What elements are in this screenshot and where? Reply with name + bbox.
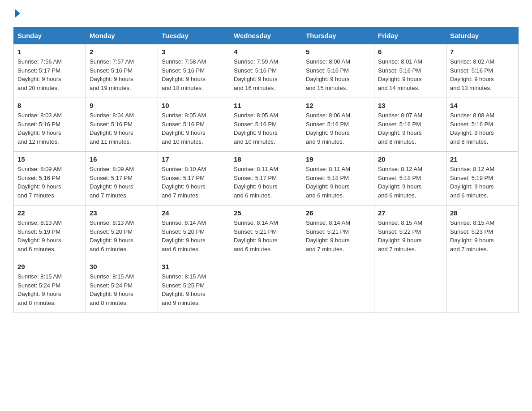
- day-info: Sunrise: 8:14 AMSunset: 5:21 PMDaylight:…: [234, 219, 278, 253]
- day-number: 19: [306, 155, 370, 163]
- calendar-table: SundayMondayTuesdayWednesdayThursdayFrid…: [13, 27, 519, 313]
- logo-arrow-icon: [15, 9, 20, 18]
- calendar-cell: 1 Sunrise: 7:56 AMSunset: 5:17 PMDayligh…: [14, 44, 86, 98]
- calendar-cell: 28 Sunrise: 8:15 AMSunset: 5:23 PMDaylig…: [446, 206, 519, 259]
- calendar-header-row: SundayMondayTuesdayWednesdayThursdayFrid…: [14, 27, 519, 44]
- day-number: 31: [162, 263, 226, 270]
- calendar-cell: 2 Sunrise: 7:57 AMSunset: 5:16 PMDayligh…: [86, 44, 158, 98]
- day-number: 21: [450, 155, 515, 163]
- col-header-tuesday: Tuesday: [158, 27, 230, 44]
- day-info: Sunrise: 8:01 AMSunset: 5:16 PMDaylight:…: [378, 58, 422, 91]
- day-number: 6: [378, 48, 442, 56]
- col-header-thursday: Thursday: [302, 27, 374, 44]
- day-info: Sunrise: 8:11 AMSunset: 5:17 PMDaylight:…: [234, 166, 278, 199]
- day-number: 28: [450, 209, 515, 217]
- day-info: Sunrise: 8:12 AMSunset: 5:18 PMDaylight:…: [378, 166, 422, 199]
- calendar-cell: 24 Sunrise: 8:14 AMSunset: 5:20 PMDaylig…: [158, 206, 230, 259]
- day-info: Sunrise: 8:07 AMSunset: 5:16 PMDaylight:…: [378, 112, 422, 145]
- day-number: 27: [378, 209, 442, 217]
- day-number: 26: [306, 209, 370, 217]
- calendar-cell: 8 Sunrise: 8:03 AMSunset: 5:16 PMDayligh…: [14, 98, 86, 152]
- calendar-cell: [302, 259, 374, 313]
- calendar-cell: [230, 259, 302, 313]
- day-info: Sunrise: 7:56 AMSunset: 5:17 PMDaylight:…: [17, 58, 62, 91]
- day-number: 25: [234, 209, 298, 217]
- week-row-5: 29 Sunrise: 8:15 AMSunset: 5:24 PMDaylig…: [14, 259, 519, 313]
- day-info: Sunrise: 7:58 AMSunset: 5:16 PMDaylight:…: [162, 58, 206, 91]
- calendar-cell: 19 Sunrise: 8:11 AMSunset: 5:18 PMDaylig…: [302, 152, 374, 206]
- calendar-cell: 11 Sunrise: 8:05 AMSunset: 5:16 PMDaylig…: [230, 98, 302, 152]
- calendar-cell: 18 Sunrise: 8:11 AMSunset: 5:17 PMDaylig…: [230, 152, 302, 206]
- calendar-cell: [446, 259, 519, 313]
- calendar-cell: 7 Sunrise: 8:02 AMSunset: 5:16 PMDayligh…: [446, 44, 519, 98]
- day-info: Sunrise: 8:15 AMSunset: 5:24 PMDaylight:…: [17, 273, 62, 306]
- day-info: Sunrise: 8:00 AMSunset: 5:16 PMDaylight:…: [306, 58, 350, 91]
- calendar-cell: 25 Sunrise: 8:14 AMSunset: 5:21 PMDaylig…: [230, 206, 302, 259]
- col-header-monday: Monday: [86, 27, 158, 44]
- calendar-cell: 10 Sunrise: 8:05 AMSunset: 5:16 PMDaylig…: [158, 98, 230, 152]
- day-info: Sunrise: 8:03 AMSunset: 5:16 PMDaylight:…: [17, 112, 62, 145]
- day-number: 3: [162, 48, 226, 56]
- calendar-cell: 27 Sunrise: 8:15 AMSunset: 5:22 PMDaylig…: [374, 206, 446, 259]
- day-info: Sunrise: 8:14 AMSunset: 5:21 PMDaylight:…: [306, 219, 350, 253]
- calendar-cell: 6 Sunrise: 8:01 AMSunset: 5:16 PMDayligh…: [374, 44, 446, 98]
- day-number: 11: [234, 102, 298, 109]
- calendar-cell: 30 Sunrise: 8:15 AMSunset: 5:24 PMDaylig…: [86, 259, 158, 313]
- day-info: Sunrise: 8:14 AMSunset: 5:20 PMDaylight:…: [162, 219, 206, 253]
- day-number: 14: [450, 102, 515, 109]
- day-number: 5: [306, 48, 370, 56]
- day-number: 13: [378, 102, 442, 109]
- calendar-cell: 23 Sunrise: 8:13 AMSunset: 5:20 PMDaylig…: [86, 206, 158, 259]
- day-info: Sunrise: 7:57 AMSunset: 5:16 PMDaylight:…: [90, 58, 134, 91]
- day-number: 2: [90, 48, 154, 56]
- day-number: 4: [234, 48, 298, 56]
- day-number: 22: [17, 209, 82, 217]
- day-number: 9: [90, 102, 154, 109]
- calendar-cell: 16 Sunrise: 8:09 AMSunset: 5:17 PMDaylig…: [86, 152, 158, 206]
- day-info: Sunrise: 8:15 AMSunset: 5:25 PMDaylight:…: [162, 273, 206, 306]
- calendar-cell: 5 Sunrise: 8:00 AMSunset: 5:16 PMDayligh…: [302, 44, 374, 98]
- day-number: 15: [17, 155, 82, 163]
- day-info: Sunrise: 8:12 AMSunset: 5:19 PMDaylight:…: [450, 166, 494, 199]
- calendar-cell: 29 Sunrise: 8:15 AMSunset: 5:24 PMDaylig…: [14, 259, 86, 313]
- day-number: 24: [162, 209, 226, 217]
- calendar-cell: 21 Sunrise: 8:12 AMSunset: 5:19 PMDaylig…: [446, 152, 519, 206]
- day-number: 16: [90, 155, 154, 163]
- calendar-cell: 20 Sunrise: 8:12 AMSunset: 5:18 PMDaylig…: [374, 152, 446, 206]
- calendar-cell: 12 Sunrise: 8:06 AMSunset: 5:16 PMDaylig…: [302, 98, 374, 152]
- calendar-cell: 9 Sunrise: 8:04 AMSunset: 5:16 PMDayligh…: [86, 98, 158, 152]
- day-info: Sunrise: 8:13 AMSunset: 5:20 PMDaylight:…: [90, 219, 134, 253]
- calendar-cell: [374, 259, 446, 313]
- day-info: Sunrise: 8:11 AMSunset: 5:18 PMDaylight:…: [306, 166, 350, 199]
- day-info: Sunrise: 8:05 AMSunset: 5:16 PMDaylight:…: [162, 112, 206, 145]
- day-info: Sunrise: 8:15 AMSunset: 5:23 PMDaylight:…: [450, 219, 494, 253]
- week-row-4: 22 Sunrise: 8:13 AMSunset: 5:19 PMDaylig…: [14, 206, 519, 259]
- col-header-wednesday: Wednesday: [230, 27, 302, 44]
- day-number: 1: [17, 48, 82, 56]
- day-number: 30: [90, 263, 154, 270]
- calendar-cell: 22 Sunrise: 8:13 AMSunset: 5:19 PMDaylig…: [14, 206, 86, 259]
- day-number: 7: [450, 48, 515, 56]
- day-number: 12: [306, 102, 370, 109]
- week-row-2: 8 Sunrise: 8:03 AMSunset: 5:16 PMDayligh…: [14, 98, 519, 152]
- col-header-saturday: Saturday: [446, 27, 519, 44]
- day-info: Sunrise: 8:05 AMSunset: 5:16 PMDaylight:…: [234, 112, 278, 145]
- day-number: 20: [378, 155, 442, 163]
- day-info: Sunrise: 8:10 AMSunset: 5:17 PMDaylight:…: [162, 166, 206, 199]
- calendar-cell: 14 Sunrise: 8:08 AMSunset: 5:16 PMDaylig…: [446, 98, 519, 152]
- calendar-cell: 17 Sunrise: 8:10 AMSunset: 5:17 PMDaylig…: [158, 152, 230, 206]
- day-number: 10: [162, 102, 226, 109]
- calendar-cell: 13 Sunrise: 8:07 AMSunset: 5:16 PMDaylig…: [374, 98, 446, 152]
- day-number: 29: [17, 263, 82, 270]
- day-number: 8: [17, 102, 82, 109]
- day-info: Sunrise: 8:13 AMSunset: 5:19 PMDaylight:…: [17, 219, 62, 253]
- day-number: 17: [162, 155, 226, 163]
- week-row-3: 15 Sunrise: 8:09 AMSunset: 5:16 PMDaylig…: [14, 152, 519, 206]
- day-info: Sunrise: 8:04 AMSunset: 5:16 PMDaylight:…: [90, 112, 134, 145]
- calendar-cell: 31 Sunrise: 8:15 AMSunset: 5:25 PMDaylig…: [158, 259, 230, 313]
- day-number: 18: [234, 155, 298, 163]
- day-info: Sunrise: 8:15 AMSunset: 5:24 PMDaylight:…: [90, 273, 134, 306]
- day-number: 23: [90, 209, 154, 217]
- logo: [13, 9, 20, 18]
- day-info: Sunrise: 8:15 AMSunset: 5:22 PMDaylight:…: [378, 219, 422, 253]
